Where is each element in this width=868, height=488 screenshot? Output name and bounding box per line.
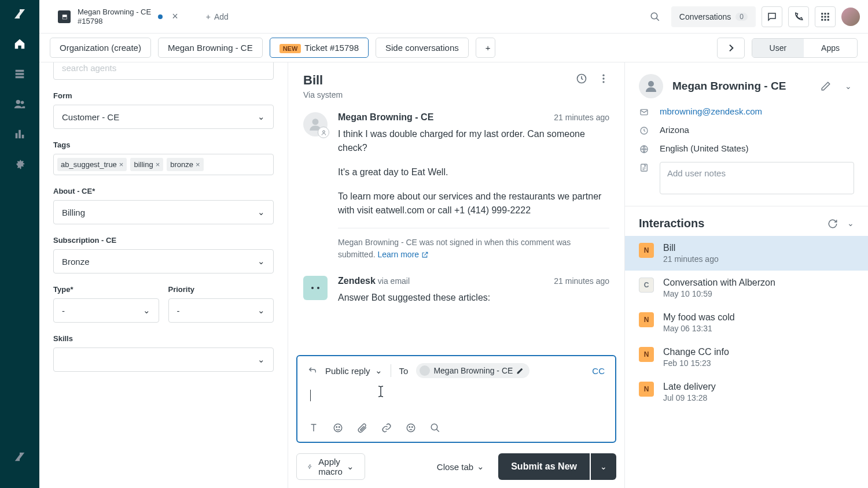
tab-side-conversations[interactable]: Side conversations xyxy=(376,38,469,58)
search-button[interactable] xyxy=(645,6,665,27)
views-icon[interactable] xyxy=(13,67,27,81)
search-agents-input[interactable]: search agents xyxy=(53,62,274,80)
to-recipient-chip[interactable]: Megan Browning - CE xyxy=(416,363,529,378)
context-tabs: Organization (create) Megan Browning - C… xyxy=(39,34,868,62)
refresh-icon[interactable] xyxy=(827,219,838,229)
svg-rect-3 xyxy=(821,13,823,14)
learn-more-link[interactable]: Learn more xyxy=(377,250,428,259)
svg-point-19 xyxy=(317,287,319,289)
svg-point-21 xyxy=(336,427,337,428)
tag-chip[interactable]: ab_suggest_true× xyxy=(57,158,127,171)
reply-type-dropdown[interactable]: Public reply ⌄ xyxy=(325,365,382,376)
conversations-label: Conversations xyxy=(679,12,731,21)
reply-composer: Public reply ⌄ To Megan Browning - CE CC xyxy=(296,355,616,443)
svg-point-17 xyxy=(322,130,325,132)
search-composer-icon[interactable] xyxy=(429,422,441,434)
interaction-item[interactable]: N Bill21 minutes ago xyxy=(625,236,868,271)
form-select[interactable]: Customer - CE⌄ xyxy=(53,105,274,129)
collapse-icon[interactable]: ⌄ xyxy=(843,79,854,93)
link-icon[interactable] xyxy=(381,422,392,434)
profile-avatar[interactable] xyxy=(841,8,860,26)
toggle-user[interactable]: User xyxy=(752,39,804,57)
chevron-down-icon: ⌄ xyxy=(347,461,354,472)
svg-point-25 xyxy=(412,427,413,428)
collapse-icon[interactable]: ⌄ xyxy=(847,219,854,229)
customers-icon[interactable] xyxy=(13,97,27,111)
chevron-down-icon: ⌄ xyxy=(258,354,265,365)
interaction-item[interactable]: C Conversation with AlberzonMay 10 10:59 xyxy=(625,271,868,305)
more-icon[interactable] xyxy=(598,73,609,84)
tab-add[interactable]: + xyxy=(476,38,495,58)
tag-remove-icon[interactable]: × xyxy=(156,160,160,169)
edit-user-icon[interactable] xyxy=(818,79,833,94)
composer-textarea[interactable] xyxy=(297,385,615,416)
apps-grid-icon-button[interactable] xyxy=(815,6,836,27)
status-badge: N xyxy=(639,382,654,397)
close-tab-icon[interactable]: × xyxy=(170,10,181,23)
edit-icon[interactable] xyxy=(516,367,524,375)
subscription-select[interactable]: Bronze⌄ xyxy=(53,249,274,273)
user-notes-textarea[interactable]: Add user notes xyxy=(660,162,854,194)
message-paragraph: Answer Bot suggested these articles: xyxy=(338,291,609,305)
tag-chip[interactable]: billing× xyxy=(130,158,163,171)
user-avatar xyxy=(639,74,663,98)
close-tab-dropdown[interactable]: Close tab ⌄ xyxy=(431,461,490,472)
interaction-item[interactable]: N Late deliveryJul 09 13:28 xyxy=(625,375,868,409)
apply-macro-dropdown[interactable]: Apply macro ⌄ xyxy=(296,453,365,480)
nav-rail xyxy=(0,0,39,488)
subscription-label: Subscription - CE xyxy=(53,236,274,245)
plus-icon: + xyxy=(206,12,211,21)
home-icon[interactable] xyxy=(13,37,27,51)
svg-rect-7 xyxy=(825,16,826,17)
cc-button[interactable]: CC xyxy=(592,366,605,376)
user-email[interactable]: mbrowning@zendesk.com xyxy=(660,106,762,116)
tab-ticket[interactable]: NEWTicket #15798 xyxy=(270,38,369,58)
type-select[interactable]: -⌄ xyxy=(53,298,159,323)
user-panel: Megan Browning - CE ⌄ mbrowning@zendesk.… xyxy=(625,62,868,488)
conversations-button[interactable]: Conversations 0 xyxy=(671,6,756,27)
phone-icon-button[interactable] xyxy=(788,6,809,27)
tab-organization[interactable]: Organization (create) xyxy=(50,38,151,58)
toggle-apps[interactable]: Apps xyxy=(804,39,857,57)
interaction-item[interactable]: N My food was coldMay 06 13:31 xyxy=(625,305,868,340)
message-time: 21 minutes ago xyxy=(554,113,609,122)
signin-note: Megan Browning - CE was not signed in wh… xyxy=(338,236,609,261)
reporting-icon[interactable] xyxy=(13,127,27,141)
add-tab-button[interactable]: + Add xyxy=(199,9,236,25)
zendesk-logo-icon[interactable] xyxy=(13,450,27,464)
text-format-icon[interactable] xyxy=(308,422,319,434)
submit-button[interactable]: Submit as New xyxy=(498,453,590,480)
emoji-icon[interactable] xyxy=(332,422,344,434)
svg-rect-4 xyxy=(825,13,826,14)
interactions-heading: Interactions xyxy=(639,217,704,230)
about-select[interactable]: Billing⌄ xyxy=(53,200,274,224)
workspace-tab[interactable]: ⬒ Megan Browning - CE #15798 × xyxy=(52,4,186,29)
skills-select[interactable]: ⌄ xyxy=(53,347,274,372)
submit-dropdown[interactable]: ⌄ xyxy=(591,453,616,480)
attachment-icon[interactable] xyxy=(356,422,368,434)
message-paragraph: It's a great day to Eat Well. xyxy=(338,165,609,179)
history-icon[interactable] xyxy=(576,73,587,84)
tab-title-line2: #15798 xyxy=(78,17,151,26)
tab-user[interactable]: Megan Browning - CE xyxy=(158,38,263,58)
conversation-via: Via system xyxy=(303,90,343,99)
tag-chip[interactable]: bronze× xyxy=(167,158,203,171)
admin-icon[interactable] xyxy=(13,157,27,171)
priority-select[interactable]: -⌄ xyxy=(168,298,274,323)
svg-point-18 xyxy=(311,287,314,289)
message-author: Megan Browning - CE xyxy=(338,112,433,123)
form-label: Form xyxy=(53,91,274,100)
chat-icon-button[interactable] xyxy=(762,6,782,27)
tag-remove-icon[interactable]: × xyxy=(196,160,200,169)
svg-rect-5 xyxy=(827,13,829,14)
tab-ticket-label: Ticket #15798 xyxy=(304,43,359,53)
next-ticket-button[interactable] xyxy=(717,38,745,58)
tags-input[interactable]: ab_suggest_true× billing× bronze× xyxy=(53,154,274,175)
interactions-list: N Bill21 minutes ago C Conversation with… xyxy=(625,236,868,409)
interaction-item[interactable]: N Change CC infoFeb 10 15:23 xyxy=(625,340,868,375)
email-icon xyxy=(639,108,649,117)
user-location: Arizona xyxy=(660,125,689,135)
knowledge-icon[interactable] xyxy=(405,422,417,434)
svg-point-14 xyxy=(602,77,604,79)
tag-remove-icon[interactable]: × xyxy=(119,160,124,169)
